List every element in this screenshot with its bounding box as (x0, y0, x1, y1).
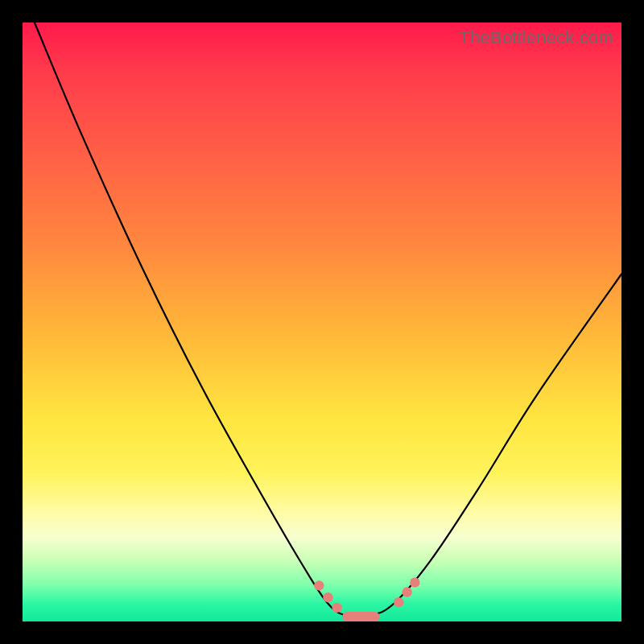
data-point (323, 592, 332, 602)
chart-svg (23, 23, 621, 621)
data-point (402, 587, 411, 597)
data-markers (314, 577, 419, 617)
data-point (332, 603, 341, 613)
data-point (410, 577, 419, 587)
chart-plot-area: TheBottleneck.com (23, 23, 621, 621)
data-point (314, 580, 324, 590)
data-point (394, 597, 403, 607)
bottleneck-curve (35, 23, 621, 617)
chart-frame: TheBottleneck.com (0, 0, 644, 644)
